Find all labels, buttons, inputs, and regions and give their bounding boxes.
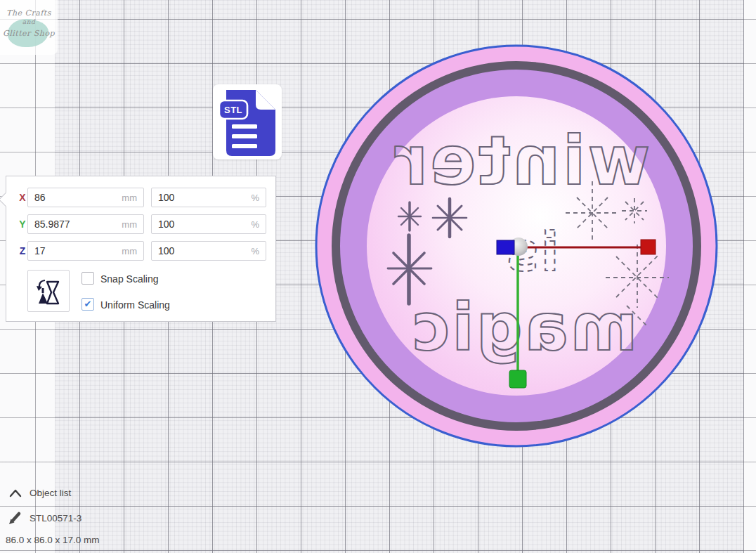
z-size-input[interactable] xyxy=(28,242,143,260)
engraved-word-top: winter xyxy=(393,122,650,200)
x-size-input[interactable] xyxy=(28,188,143,207)
viewport-3d[interactable]: winter is magic xyxy=(309,39,724,453)
object-list-toggle[interactable]: Object list xyxy=(30,488,71,498)
reset-scale-icon xyxy=(33,275,64,306)
stl-doc-line xyxy=(232,144,257,148)
stl-doc-line xyxy=(232,124,257,129)
rename-pencil-icon[interactable] xyxy=(7,511,22,525)
x-percent-input[interactable] xyxy=(152,188,266,207)
z-percent-field-wrap: % xyxy=(151,241,266,261)
engraved-word-bottom: magic xyxy=(410,290,638,365)
logo-text-line1: The Crafts xyxy=(0,8,58,18)
z-percent-input[interactable] xyxy=(152,242,266,260)
uniform-scaling-label[interactable]: Uniform Scaling xyxy=(100,299,170,311)
y-size-input[interactable] xyxy=(28,215,143,233)
y-size-field-wrap: mm xyxy=(27,214,144,234)
scale-handle-y[interactable] xyxy=(509,370,526,388)
logo-text-line2: and xyxy=(0,18,58,25)
z-size-field-wrap: mm xyxy=(27,241,144,261)
panel-pointer-notch xyxy=(0,193,13,207)
stl-file-icon[interactable]: STL xyxy=(213,84,282,160)
scale-handle-x[interactable] xyxy=(641,240,656,254)
x-size-field-wrap: mm xyxy=(27,188,144,207)
y-percent-input[interactable] xyxy=(152,215,266,233)
stl-label-text: STL xyxy=(224,105,242,115)
object-dimensions: 86.0 x 86.0 x 17.0 mm xyxy=(6,535,100,545)
logo-text-line3: Glitter Shop xyxy=(0,29,58,38)
stl-doc-line xyxy=(232,134,257,138)
object-name[interactable]: STL00571-3 xyxy=(30,513,82,523)
snap-scaling-checkbox[interactable] xyxy=(82,272,94,285)
z-axis-label: Z xyxy=(18,245,27,256)
y-percent-field-wrap: % xyxy=(151,214,266,234)
reset-scale-button[interactable] xyxy=(27,270,70,312)
x-percent-field-wrap: % xyxy=(151,188,266,207)
x-axis-label: X xyxy=(18,192,27,203)
slicer-app-window: { "logo": { "line1": "The Crafts", "line… xyxy=(0,0,756,553)
scale-tool-panel: X mm % Y mm % Z mm % Snap Scaling ✔ Unif… xyxy=(6,176,276,322)
y-axis-label: Y xyxy=(18,219,27,230)
uniform-check-glyph: ✔ xyxy=(84,299,92,309)
stl-doc-fold xyxy=(256,90,275,110)
shop-logo: The Crafts and Glitter Shop xyxy=(0,0,58,55)
uniform-scaling-checkbox[interactable]: ✔ xyxy=(82,298,94,311)
snap-scaling-label[interactable]: Snap Scaling xyxy=(100,273,159,285)
collapse-chevron-icon[interactable] xyxy=(8,488,22,498)
scale-handle-z[interactable] xyxy=(497,240,514,254)
